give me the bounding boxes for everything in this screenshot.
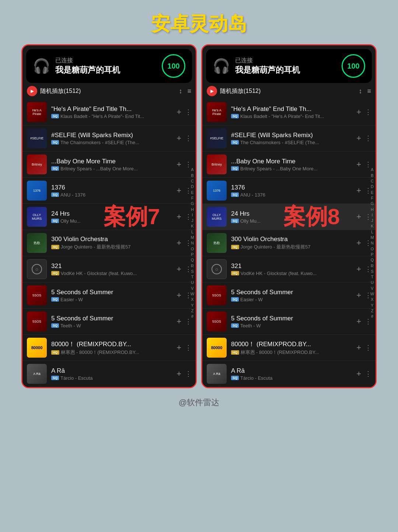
alpha-H-left[interactable]: H [190,207,195,212]
alpha-J-left[interactable]: J [190,218,195,223]
song-item-11-left: A Rā A Rā SQ Tárcio - Escuta + ⋮ [22,361,196,387]
add-btn-3-right[interactable]: + [356,160,361,168]
add-btn-9-left[interactable]: + [177,317,181,326]
alpha-R-left[interactable]: R [190,263,195,268]
alpha-Q-left[interactable]: Q [190,257,195,262]
play-button-right[interactable] [207,86,217,96]
add-btn-1-left[interactable]: + [177,108,181,116]
add-btn-5-right[interactable]: + [356,213,361,221]
alpha-A-left[interactable]: A [190,167,195,172]
alpha-O-right[interactable]: O [370,246,375,251]
alpha-M-left[interactable]: M [190,235,195,240]
alpha-M-right[interactable]: M [370,235,375,240]
alpha-Q-right[interactable]: Q [370,257,375,262]
list-icon-left[interactable]: ≡ [187,87,191,95]
song-actions-10-right: + ⋮ [356,344,371,352]
alpha-L-left[interactable]: L [190,229,195,234]
alpha-hash-left[interactable]: # [190,314,195,319]
add-btn-4-left[interactable]: + [177,187,181,195]
add-btn-11-right[interactable]: + [356,370,361,378]
add-btn-2-right[interactable]: + [356,134,361,142]
alpha-V-left[interactable]: V [190,286,195,291]
quality-badge-8-right: SQ [231,297,239,302]
alpha-Y-right[interactable]: Y [370,303,375,308]
play-button-left[interactable] [27,86,37,96]
alpha-A-right[interactable]: A [370,167,375,172]
alpha-B-left[interactable]: B [190,173,195,178]
add-btn-10-left[interactable]: + [177,344,181,352]
alpha-D-right[interactable]: D [370,184,375,189]
alpha-S-right[interactable]: S [370,269,375,274]
add-btn-11-left[interactable]: + [177,370,181,378]
add-btn-6-right[interactable]: + [356,239,361,247]
song-title-4-left: 1376 [51,184,174,191]
list-icon-right[interactable]: ≡ [367,87,371,95]
alpha-N-left[interactable]: N [190,240,195,246]
add-btn-6-left[interactable]: + [177,239,181,247]
alpha-U-right[interactable]: U [370,280,375,285]
add-btn-1-right[interactable]: + [356,108,361,116]
thumb-text-9-left: 5SOS [32,319,42,324]
alpha-W-right[interactable]: W [370,291,375,296]
alpha-T-right[interactable]: T [370,274,375,279]
sort-icon-right[interactable]: ↕ [359,87,362,95]
footer-credit: @软件雷达 [0,388,398,414]
alpha-I-left[interactable]: I [190,212,195,218]
alpha-R-right[interactable]: R [370,263,375,268]
alpha-K-left[interactable]: K [190,223,195,229]
alpha-Z-left[interactable]: Z [190,308,195,313]
alpha-G-right[interactable]: G [370,201,375,206]
alpha-V-right[interactable]: V [370,286,375,291]
alpha-H-right[interactable]: H [370,207,375,212]
alpha-I-right[interactable]: I [370,212,375,218]
thumb-text-1-right: He's A Pirate [207,108,227,117]
song-thumb-6-left: 热歌 [27,233,47,253]
alpha-D-left[interactable]: D [190,184,195,189]
alpha-X-left[interactable]: X [190,297,195,302]
alpha-W-left[interactable]: W [190,291,195,296]
alpha-X-right[interactable]: X [370,297,375,302]
alpha-P-left[interactable]: P [190,252,195,257]
add-btn-8-left[interactable]: + [177,291,181,299]
add-btn-9-right[interactable]: + [356,317,361,326]
quality-badge-7-right: HQ [231,271,239,275]
add-btn-4-right[interactable]: + [356,187,361,195]
alpha-T-left[interactable]: T [190,274,195,279]
add-btn-3-left[interactable]: + [177,160,181,168]
song-title-5-left: 24 Hrs [51,210,174,218]
song-actions-4-right: + ⋮ [356,187,371,195]
alpha-O-left[interactable]: O [190,246,195,251]
alpha-F-left[interactable]: F [190,195,195,201]
alpha-E-left[interactable]: E [190,190,195,195]
song-title-7-left: 321 [51,262,174,270]
alpha-B-right[interactable]: B [370,173,375,178]
add-btn-10-right[interactable]: + [356,344,361,352]
alpha-P-right[interactable]: P [370,252,375,257]
sort-icon-left[interactable]: ↕ [179,87,182,95]
add-btn-5-left[interactable]: + [177,213,181,221]
alpha-F-right[interactable]: F [370,195,375,201]
add-btn-7-right[interactable]: + [356,265,361,273]
song-thumb-3-left: Britney [27,154,47,174]
alpha-G-left[interactable]: G [190,201,195,206]
alpha-J-right[interactable]: J [370,218,375,223]
alpha-K-right[interactable]: K [370,223,375,229]
alpha-S-left[interactable]: S [190,269,195,274]
song-info-2-right: #SELFIE (Will Sparks Remix) SQ The Chain… [231,132,353,145]
alpha-C-right[interactable]: C [370,178,375,184]
alpha-hash-right[interactable]: # [370,314,375,319]
alpha-L-right[interactable]: L [370,229,375,234]
alpha-E-right[interactable]: E [370,190,375,195]
song-artist-11-left: SQ Tárcio - Escuta [51,375,174,381]
song-info-11-right: A Rā SQ Tárcio - Escuta [231,367,353,381]
alpha-N-right[interactable]: N [370,240,375,246]
add-btn-7-left[interactable]: + [177,265,181,273]
thumb-text-3-right: Britney [211,162,223,167]
add-btn-8-right[interactable]: + [356,291,361,299]
alpha-C-left[interactable]: C [190,178,195,184]
song-thumb-6-right: 热歌 [207,233,227,253]
alpha-Y-left[interactable]: Y [190,303,195,308]
alpha-U-left[interactable]: U [190,280,195,285]
add-btn-2-left[interactable]: + [177,134,181,142]
alpha-Z-right[interactable]: Z [370,308,375,313]
